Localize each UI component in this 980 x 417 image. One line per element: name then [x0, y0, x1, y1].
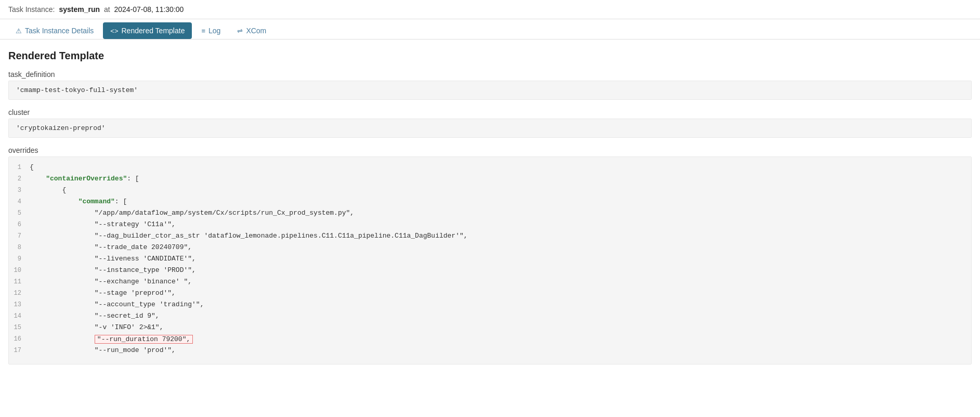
overrides-field: overrides 1{2 "containerOverrides": [3 {…	[8, 146, 972, 364]
line-content: "--dag_builder_ctor_as_str 'dataflow_lem…	[30, 232, 971, 240]
xcom-icon: ⇌	[237, 27, 243, 35]
line-content: "--strategy 'C11a'",	[30, 220, 971, 228]
code-line: 6 "--strategy 'C11a'",	[9, 220, 971, 232]
code-line: 3 {	[9, 186, 971, 198]
line-content: {	[30, 186, 971, 194]
line-content: "-v 'INFO' 2>&1",	[30, 323, 971, 331]
log-label: Log	[208, 27, 220, 35]
line-content: "--liveness 'CANDIDATE'",	[30, 255, 971, 263]
line-content: "/app/amp/dataflow_amp/system/Cx/scripts…	[30, 209, 971, 217]
code-line: 11 "--exchange 'binance' ",	[9, 278, 971, 289]
line-content: "command": [	[30, 198, 971, 205]
code-line: 17 "--run_mode 'prod'",	[9, 346, 971, 358]
task-time: 2024-07-08, 11:30:00	[114, 5, 184, 14]
line-number: 12	[9, 289, 30, 297]
line-number: 13	[9, 301, 30, 308]
line-content: "containerOverrides": [	[30, 175, 971, 183]
rendered-template-icon: <>	[110, 27, 118, 35]
task-label: Task Instance:	[8, 5, 55, 14]
line-number: 16	[9, 335, 30, 343]
line-content: "--secret_id 9",	[30, 312, 971, 320]
cluster-label: cluster	[8, 108, 972, 116]
line-number: 15	[9, 323, 30, 331]
code-line: 12 "--stage 'preprod'",	[9, 289, 971, 301]
code-line: 16 "--run_duration 79200",	[9, 335, 971, 346]
task-definition-field: task_definition 'cmamp-test-tokyo-full-s…	[8, 70, 972, 100]
line-number: 4	[9, 198, 30, 205]
code-line: 10 "--instance_type 'PROD'",	[9, 266, 971, 278]
line-content: "--account_type 'trading'",	[30, 301, 971, 308]
tab-task-instance-details[interactable]: ⚠Task Instance Details	[8, 22, 101, 39]
cluster-value: 'cryptokaizen-preprod'	[8, 119, 972, 138]
line-number: 1	[9, 163, 30, 171]
line-content: "--instance_type 'PROD'",	[30, 266, 971, 274]
line-content: {	[30, 163, 971, 171]
at-word: at	[104, 5, 110, 14]
code-line: 2 "containerOverrides": [	[9, 175, 971, 186]
task-instance-details-label: Task Instance Details	[25, 27, 94, 35]
line-number: 14	[9, 312, 30, 320]
highlighted-line: "--run_duration 79200",	[95, 335, 193, 344]
code-line: 7 "--dag_builder_ctor_as_str 'dataflow_l…	[9, 232, 971, 243]
main-content: Rendered Template task_definition 'cmamp…	[0, 40, 980, 375]
code-line: 5 "/app/amp/dataflow_amp/system/Cx/scrip…	[9, 209, 971, 220]
rendered-template-label: Rendered Template	[121, 27, 185, 35]
task-definition-label: task_definition	[8, 70, 972, 79]
code-line: 14 "--secret_id 9",	[9, 312, 971, 323]
code-line: 8 "--trade_date 20240709",	[9, 243, 971, 255]
line-number: 3	[9, 186, 30, 194]
line-number: 2	[9, 175, 30, 183]
code-line: 1{	[9, 163, 971, 175]
line-number: 17	[9, 346, 30, 354]
code-block: 1{2 "containerOverrides": [3 {4 "command…	[8, 157, 972, 364]
line-content: "--trade_date 20240709",	[30, 243, 971, 251]
tab-rendered-template[interactable]: <>Rendered Template	[103, 22, 192, 39]
line-number: 8	[9, 243, 30, 251]
line-number: 7	[9, 232, 30, 240]
xcom-label: XCom	[246, 27, 266, 35]
line-content: "--exchange 'binance' ",	[30, 278, 971, 285]
code-line: 15 "-v 'INFO' 2>&1",	[9, 323, 971, 335]
tabs: ⚠Task Instance Details<>Rendered Templat…	[0, 19, 980, 40]
task-name: system_run	[59, 5, 100, 14]
line-number: 10	[9, 266, 30, 274]
line-content: "--run_duration 79200",	[30, 335, 971, 344]
page-title: Rendered Template	[8, 50, 972, 62]
task-definition-value: 'cmamp-test-tokyo-full-system'	[8, 81, 972, 100]
line-number: 9	[9, 255, 30, 263]
overrides-label: overrides	[8, 146, 972, 154]
tab-log[interactable]: ≡Log	[194, 22, 228, 39]
line-content: "--run_mode 'prod'",	[30, 346, 971, 354]
top-bar: Task Instance: system_run at 2024-07-08,…	[0, 0, 980, 19]
code-line: 4 "command": [	[9, 198, 971, 209]
code-line: 13 "--account_type 'trading'",	[9, 301, 971, 312]
cluster-field: cluster 'cryptokaizen-preprod'	[8, 108, 972, 138]
line-number: 6	[9, 220, 30, 228]
log-icon: ≡	[201, 27, 205, 35]
tab-xcom[interactable]: ⇌XCom	[230, 22, 273, 39]
code-line: 9 "--liveness 'CANDIDATE'",	[9, 255, 971, 266]
line-number: 5	[9, 209, 30, 217]
task-instance-details-icon: ⚠	[16, 27, 22, 35]
line-content: "--stage 'preprod'",	[30, 289, 971, 297]
line-number: 11	[9, 278, 30, 285]
